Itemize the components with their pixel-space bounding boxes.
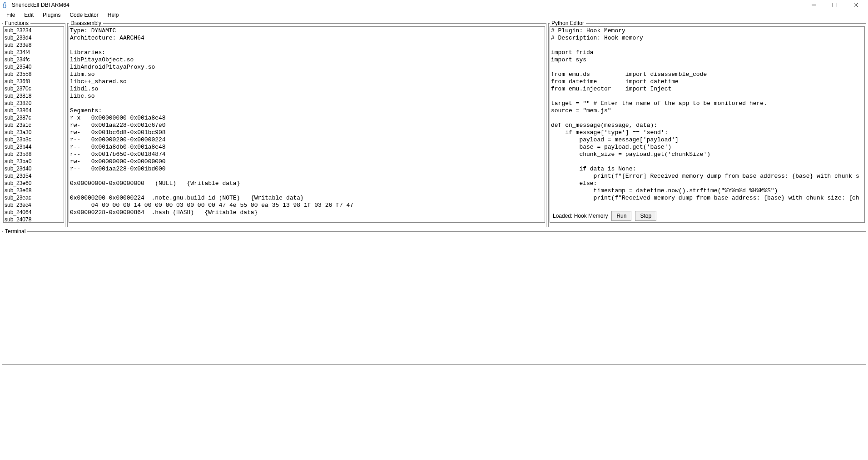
disassembly-text[interactable]: Type: DYNAMIC Architecture: AARCH64 Libr… — [69, 26, 545, 223]
functions-panel: Functions sub_23234sub_233d4sub_233e8sub… — [2, 20, 65, 227]
menu-file[interactable]: File — [2, 11, 20, 19]
bottom-scrollbar[interactable] — [2, 365, 866, 373]
menu-plugins[interactable]: Plugins — [38, 11, 65, 19]
function-item[interactable]: sub_23ba0 — [4, 158, 64, 165]
function-item[interactable]: sub_23e68 — [4, 187, 64, 194]
app-icon — [2, 1, 9, 9]
function-item[interactable]: sub_24078 — [4, 216, 64, 223]
function-item[interactable]: sub_23864 — [4, 107, 64, 114]
disassembly-panel: Disassembly Type: DYNAMIC Architecture: … — [67, 20, 546, 227]
function-item[interactable]: sub_23a30 — [4, 129, 64, 136]
function-item[interactable]: sub_236f8 — [4, 78, 64, 85]
run-button[interactable]: Run — [611, 211, 631, 221]
disassembly-title: Disassembly — [69, 20, 103, 26]
terminal-title: Terminal — [3, 228, 27, 235]
functions-title: Functions — [3, 20, 30, 26]
function-item[interactable]: sub_23e60 — [4, 180, 64, 187]
function-item[interactable]: sub_23b3c — [4, 136, 64, 143]
menu-code-editor[interactable]: Code Editor — [65, 11, 103, 19]
function-item[interactable]: sub_233e8 — [4, 41, 64, 49]
python-editor-code[interactable]: # Plugin: Hook Memory # Description: Hoo… — [550, 26, 865, 207]
terminal-text[interactable] — [2, 235, 866, 360]
function-item[interactable]: sub_234f4 — [4, 49, 64, 56]
python-editor-panel: Python Editor # Plugin: Hook Memory # De… — [548, 20, 866, 227]
editor-status: Loaded: Hook Memory — [551, 213, 608, 219]
function-item[interactable]: sub_23558 — [4, 70, 64, 78]
function-item[interactable]: sub_2370c — [4, 85, 64, 92]
menu-help[interactable]: Help — [103, 11, 124, 19]
function-item[interactable]: sub_2387c — [4, 114, 64, 121]
titlebar: SherlockElf DBI ARM64 — [0, 0, 868, 10]
functions-list[interactable]: sub_23234sub_233d4sub_233e8sub_234f4sub_… — [3, 26, 64, 223]
function-item[interactable]: sub_23a1c — [4, 121, 64, 129]
function-item[interactable]: sub_24064 — [4, 209, 64, 216]
function-item[interactable]: sub_234fc — [4, 56, 64, 63]
maximize-button[interactable] — [824, 0, 845, 10]
function-item[interactable]: sub_23d54 — [4, 172, 64, 180]
menu-edit[interactable]: Edit — [20, 11, 38, 19]
function-item[interactable]: sub_23540 — [4, 63, 64, 70]
function-item[interactable]: sub_23820 — [4, 100, 64, 107]
function-item[interactable]: sub_23b44 — [4, 143, 64, 150]
function-item[interactable]: sub_233d4 — [4, 34, 64, 41]
svg-rect-1 — [833, 3, 837, 7]
function-item[interactable]: sub_23ec4 — [4, 201, 64, 209]
python-editor-title: Python Editor — [550, 20, 586, 26]
workspace: Functions sub_23234sub_233d4sub_233e8sub… — [0, 20, 868, 227]
function-item[interactable]: sub_23234 — [4, 27, 64, 34]
terminal-panel: Terminal — [2, 228, 866, 365]
function-item[interactable]: sub_23d40 — [4, 165, 64, 172]
close-button[interactable] — [845, 0, 866, 10]
function-item[interactable]: sub_23818 — [4, 92, 64, 100]
window-title: SherlockElf DBI ARM64 — [12, 2, 804, 8]
function-item[interactable]: sub_23eac — [4, 194, 64, 201]
stop-button[interactable]: Stop — [635, 211, 656, 221]
editor-toolbar: Loaded: Hook Memory Run Stop — [550, 207, 865, 223]
minimize-button[interactable] — [804, 0, 824, 10]
function-item[interactable]: sub_23b88 — [4, 150, 64, 158]
menubar: File Edit Plugins Code Editor Help — [0, 10, 868, 20]
